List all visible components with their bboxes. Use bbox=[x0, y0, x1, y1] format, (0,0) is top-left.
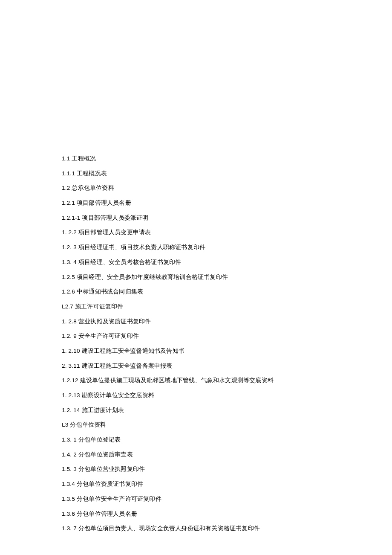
toc-line: 1.4. 2 分包单位资质审查表 bbox=[62, 452, 392, 458]
toc-line: 1.2. 9 安全生产许可证复印件 bbox=[62, 333, 392, 339]
toc-line: 1.2.1 项目部管理人员名册 bbox=[62, 200, 392, 206]
toc-line: 2. 3.11 建设工程施工安全监督备案申报表 bbox=[62, 363, 392, 369]
toc-line: 1.2 总承包单位资料 bbox=[62, 185, 392, 191]
toc-line: 1.2. 3 项目经理证书、项目技术负责人职称证书复印件 bbox=[62, 244, 392, 250]
toc-line: 1.3.5 分包单位安全生产许可证复印件 bbox=[62, 496, 392, 502]
toc-line: 1. 2.2 项目部管理人员变更申请表 bbox=[62, 230, 392, 235]
toc-line: L3 分包单位资料 bbox=[62, 422, 392, 428]
toc-line: 1.3. 7 分包单位项目负责人、现场安全负责人身份证和有关资格证书复印件 bbox=[62, 526, 392, 532]
toc-line: 1.2.1-1 项目部管理人员委派证明 bbox=[62, 215, 392, 221]
toc-line: 1. 2.13 勘察设计单位安全交底资料 bbox=[62, 392, 392, 398]
toc-line: L2.7 施工许可证复印件 bbox=[62, 304, 392, 310]
toc-line: 1.1.1 工程概况表 bbox=[62, 171, 392, 177]
toc-line: 1.5. 3 分包单位营业执照复印件 bbox=[62, 466, 392, 472]
toc-line: 1.2. 14 施工进度计划表 bbox=[62, 407, 392, 413]
toc-line: 1.2.6 中标通知书或合同归集表 bbox=[62, 289, 392, 295]
toc-line: 1. 2.8 营业执照及资质证书复印件 bbox=[62, 319, 392, 325]
toc-line: 1.3.4 分包单位资质证书复印件 bbox=[62, 481, 392, 487]
toc-line: 1.1 工程概况 bbox=[62, 156, 392, 162]
toc-line: 1.3. 4 项目经理、安全员考核合格证书复印件 bbox=[62, 259, 392, 265]
toc-line: 1.3. 1 分包单位登记表 bbox=[62, 437, 392, 443]
document-page: 1.1 工程概况 1.1.1 工程概况表 1.2 总承包单位资料 1.2.1 项… bbox=[0, 0, 392, 555]
toc-line: 1. 2.10 建设工程施工安全监督通知书及告知书 bbox=[62, 348, 392, 354]
toc-line: 1.2.12 建设单位提供施工现场及毗邻区域地下管线、气象和水文观测等交底资料 bbox=[62, 378, 392, 384]
toc-line: 1.2.5 项目经理、安全员参加年度继续教育培训合格证书复印件 bbox=[62, 274, 392, 280]
toc-line: 1.3.6 分包单位管理人员名册 bbox=[62, 511, 392, 517]
